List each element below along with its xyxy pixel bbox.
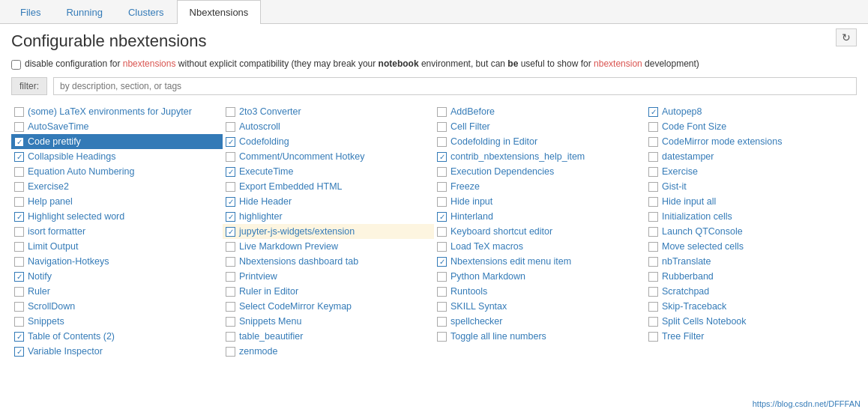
ext-name[interactable]: Variable Inspector (28, 346, 103, 357)
ext-item[interactable]: Live Markdown Preview (223, 239, 434, 254)
ext-item[interactable]: Ruler in Editor (223, 284, 434, 299)
refresh-button[interactable]: ↻ (836, 28, 857, 46)
ext-name[interactable]: Autopep8 (662, 106, 702, 117)
ext-checkbox[interactable] (226, 122, 235, 132)
ext-name[interactable]: Python Markdown (450, 271, 525, 282)
ext-name[interactable]: CodeMirror mode extensions (662, 136, 783, 147)
ext-name[interactable]: Snippets Menu (239, 316, 301, 327)
filter-input[interactable] (53, 77, 857, 95)
ext-item[interactable]: Load TeX macros (434, 239, 645, 254)
ext-checkbox[interactable] (648, 302, 658, 312)
ext-name[interactable]: Exercise2 (28, 181, 69, 192)
ext-checkbox[interactable] (14, 302, 24, 312)
ext-name[interactable]: Gist-it (662, 181, 687, 192)
ext-name[interactable]: Export Embedded HTML (239, 181, 343, 192)
ext-name[interactable]: Exercise (662, 166, 698, 177)
ext-checkbox[interactable] (648, 197, 658, 207)
ext-name[interactable]: Nbextensions edit menu item (450, 256, 571, 267)
ext-item[interactable]: Codefolding in Editor (434, 134, 645, 149)
ext-name[interactable]: Load TeX macros (450, 241, 523, 252)
config-warning-checkbox[interactable] (11, 60, 21, 70)
ext-item[interactable]: Hide Header (223, 194, 434, 209)
ext-checkbox[interactable] (226, 257, 235, 267)
ext-name[interactable]: Hinterland (450, 211, 493, 222)
ext-checkbox[interactable] (14, 197, 24, 207)
ext-name[interactable]: AddBefore (450, 106, 495, 117)
ext-checkbox[interactable] (226, 212, 235, 222)
ext-name[interactable]: Hide input all (662, 196, 716, 207)
ext-item[interactable]: Freeze (434, 179, 645, 194)
ext-checkbox[interactable] (226, 182, 235, 192)
ext-item[interactable]: 2to3 Converter (223, 104, 434, 119)
ext-checkbox[interactable] (14, 332, 24, 342)
ext-item[interactable]: CodeMirror mode extensions (645, 134, 857, 149)
ext-name[interactable]: spellchecker (450, 316, 502, 327)
ext-checkbox[interactable] (226, 167, 235, 177)
ext-name[interactable]: Codefolding (239, 136, 289, 147)
ext-item[interactable]: AutoSaveTime (11, 119, 223, 134)
ext-checkbox[interactable] (648, 167, 658, 177)
ext-item[interactable]: spellchecker (434, 314, 645, 329)
ext-checkbox[interactable] (648, 287, 658, 297)
ext-checkbox[interactable] (648, 107, 658, 117)
ext-name[interactable]: table_beautifier (239, 331, 303, 342)
ext-item[interactable]: zenmode (223, 344, 434, 359)
ext-item[interactable]: ScrollDown (11, 299, 223, 314)
ext-name[interactable]: isort formatter (28, 226, 85, 237)
ext-name[interactable]: Toggle all line numbers (450, 331, 546, 342)
ext-item[interactable]: Collapsible Headings (11, 149, 223, 164)
ext-name[interactable]: Live Markdown Preview (239, 241, 338, 252)
ext-name[interactable]: Move selected cells (662, 241, 744, 252)
ext-item[interactable]: Cell Filter (434, 119, 645, 134)
ext-item[interactable]: AddBefore (434, 104, 645, 119)
tab-nbextensions[interactable]: Nbextensions (177, 0, 262, 24)
ext-item[interactable]: Runtools (434, 284, 645, 299)
ext-name[interactable]: Table of Contents (2) (28, 331, 115, 342)
ext-name[interactable]: Equation Auto Numbering (28, 166, 134, 177)
ext-name[interactable]: Split Cells Notebook (662, 316, 747, 327)
ext-name[interactable]: Codefolding in Editor (450, 136, 537, 147)
ext-name[interactable]: Freeze (450, 181, 480, 192)
ext-name[interactable]: Launch QTConsole (662, 226, 743, 237)
ext-checkbox[interactable] (14, 272, 24, 282)
ext-item[interactable]: Variable Inspector (11, 344, 223, 359)
ext-name[interactable]: ExecuteTime (239, 166, 293, 177)
ext-item[interactable]: ExecuteTime (223, 164, 434, 179)
ext-checkbox[interactable] (437, 227, 447, 237)
ext-checkbox[interactable] (648, 137, 658, 147)
ext-checkbox[interactable] (226, 317, 235, 327)
ext-item[interactable]: Printview (223, 269, 434, 284)
ext-name[interactable]: Keyboard shortcut editor (450, 226, 552, 237)
ext-item[interactable]: Autopep8 (645, 104, 857, 119)
ext-name[interactable]: nbTranslate (662, 256, 711, 267)
ext-name[interactable]: Printview (239, 271, 277, 282)
ext-name[interactable]: Initialization cells (662, 211, 732, 222)
ext-checkbox[interactable] (437, 272, 447, 282)
ext-item[interactable]: nbTranslate (645, 254, 857, 269)
ext-item[interactable]: Table of Contents (2) (11, 329, 223, 344)
ext-item[interactable]: Skip-Traceback (645, 299, 857, 314)
ext-checkbox[interactable] (226, 332, 235, 342)
ext-checkbox[interactable] (437, 137, 447, 147)
ext-checkbox[interactable] (437, 287, 447, 297)
tab-files[interactable]: Files (7, 0, 53, 24)
ext-checkbox[interactable] (437, 167, 447, 177)
ext-checkbox[interactable] (226, 137, 235, 147)
tab-running[interactable]: Running (53, 0, 115, 24)
ext-checkbox[interactable] (648, 227, 658, 237)
ext-item[interactable]: Select CodeMirror Keymap (223, 299, 434, 314)
ext-item[interactable]: datestamper (645, 149, 857, 164)
ext-item[interactable]: Navigation-Hotkeys (11, 254, 223, 269)
ext-checkbox[interactable] (14, 167, 24, 177)
ext-item[interactable]: Tree Filter (645, 329, 857, 344)
ext-checkbox[interactable] (226, 287, 235, 297)
ext-item[interactable]: Help panel (11, 194, 223, 209)
ext-name[interactable]: Collapsible Headings (28, 151, 115, 162)
ext-checkbox[interactable] (226, 242, 235, 252)
ext-item[interactable]: Exercise (645, 164, 857, 179)
ext-name[interactable]: zenmode (239, 346, 277, 357)
ext-checkbox[interactable] (437, 122, 447, 132)
ext-checkbox[interactable] (648, 242, 658, 252)
ext-checkbox[interactable] (648, 212, 658, 222)
ext-checkbox[interactable] (14, 182, 24, 192)
